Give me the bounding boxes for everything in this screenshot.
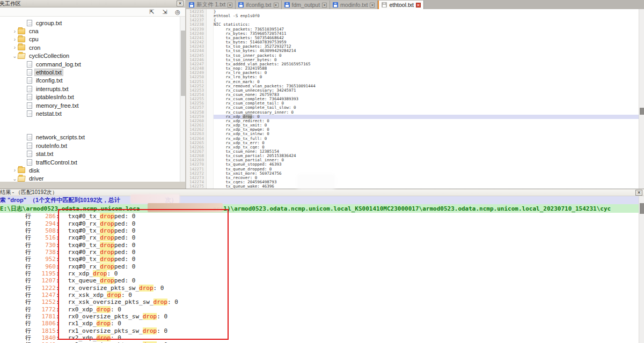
tab-ifconfig-txt[interactable]: ifconfig.txt✕ [236, 1, 281, 9]
result-line-number: 730 [31, 242, 56, 249]
tree-item-cycliccollection[interactable]: ⌄cyclicCollection [0, 52, 180, 60]
save-file-icon [333, 2, 338, 8]
tree-item-label: cgroup.txt [35, 20, 63, 26]
chevron-down-icon[interactable]: ⌄ [12, 53, 18, 59]
tree-item-trafficcontrol-txt[interactable]: trafficControl.txt [0, 158, 180, 166]
search-summary-row[interactable]: 索 "drop" （1个文件中匹配到10192次，总计 次） [0, 196, 644, 204]
workspace-close-button[interactable]: ✕ [177, 1, 184, 6]
tree-item-ethtool-txt[interactable]: ethtool.txt [0, 68, 180, 76]
file-tree: cgroup.txt›cna›cpu›cron⌄cyclicCollection… [0, 17, 185, 182]
folder-icon [17, 176, 25, 182]
line-number: 142275 [186, 184, 204, 189]
file-icon [27, 86, 32, 92]
tree-item-cgroup-txt[interactable]: cgroup.txt [0, 19, 180, 27]
sync-from-workspace-icon[interactable]: ⇲ [161, 9, 169, 16]
chevron-right-icon[interactable]: › [12, 44, 18, 50]
tree-scrollbar-thumb[interactable] [181, 31, 185, 96]
file-icon [27, 94, 32, 100]
tree-item-stat-txt[interactable]: stat.txt [0, 150, 180, 158]
results-title: 结果 - （匹配10192次） [0, 189, 57, 196]
workspace-panel: 夹工作区 ✕ ⇱ ⇲ ◎ cgroup.txt›cna›cpu›cron⌄cyc… [0, 0, 185, 189]
tab-label: ethtool.txt [389, 2, 414, 8]
tree-item-label: memory_free.txt [35, 102, 79, 109]
tree-item-label: driver [28, 175, 45, 182]
tree-item-cron[interactable]: ›cron [0, 43, 180, 51]
workspace-toolbar: ⇱ ⇲ ◎ [0, 8, 185, 17]
tree-item-label: cyclicCollection [28, 53, 70, 59]
tree-item-command_log-txt[interactable]: command_log.txt [0, 60, 180, 68]
editor-line: tx_queue_wake: 46396 [214, 184, 644, 189]
result-line-number: 952 [31, 256, 56, 263]
result-line-number: 1195 [31, 270, 56, 277]
tab-close-icon[interactable]: ✕ [322, 3, 327, 8]
chevron-right-icon[interactable]: › [12, 167, 18, 173]
file-icon [27, 77, 32, 84]
sync-to-workspace-icon[interactable]: ⇱ [148, 9, 156, 16]
tab-bar: 新文件 1.txt✕ifconfig.txt✕fdm_output✕modinf… [186, 0, 644, 9]
locate-file-icon[interactable]: ◎ [174, 9, 181, 16]
tree-item-network_scripts-txt[interactable]: network_scripts.txt [0, 133, 180, 141]
tab-新文件-1-txt[interactable]: 新文件 1.txt✕ [186, 1, 236, 9]
tree-item-ifconfig-txt[interactable]: ifconfig.txt [0, 77, 180, 85]
tab-close-icon[interactable]: ✕ [228, 3, 232, 8]
tree-item-interrupts-txt[interactable]: interrupts.txt [0, 85, 180, 93]
tab-close-icon[interactable]: ✕ [274, 3, 279, 8]
editor-line: ethtool -S enp1s0f0 [214, 14, 644, 18]
tree-item-driver[interactable]: ⌄driver [0, 175, 180, 182]
file-icon [27, 61, 32, 68]
editor-line: tx_queue_stopped: 46393 [214, 162, 644, 167]
annotation-red-rectangle [58, 209, 229, 340]
editor-body[interactable]: 1422351422361422371422381422391422401422… [186, 9, 644, 189]
chevron-down-icon[interactable]: ⌄ [12, 176, 18, 182]
editor-line: rx_xdp_redirect: 0 [214, 119, 644, 123]
result-line-number: 1772 [31, 306, 56, 313]
save-file-icon [238, 2, 244, 8]
line-number-gutter: 1422351422361422371422381422391422401422… [186, 9, 207, 189]
workspace-title: 夹工作区 [0, 0, 21, 8]
editor-line: rx_csum_unnecessary_inner: 0 [214, 110, 644, 115]
results-scrollbar-thumb[interactable] [640, 203, 644, 214]
chevron-right-icon[interactable]: › [12, 36, 18, 42]
editor-line: tx_tso_inner_packets: 0 [214, 54, 644, 58]
editor-line: rx_xdp_tx_mpwqe: 0 [214, 128, 644, 132]
editor-scrollbar-thumb[interactable] [640, 108, 644, 115]
save-file-icon [284, 2, 290, 8]
editor-line: tx_xmit_more: 569724756 [214, 172, 644, 176]
tree-scrollbar[interactable] [180, 17, 185, 182]
tab-modinfo-txt[interactable]: modinfo.txt✕ [330, 1, 378, 9]
result-line-number: 1815 [31, 327, 56, 334]
file-icon [27, 159, 32, 166]
tree-item-iptablesinfo-txt[interactable]: iptablesInfo.txt [0, 93, 180, 101]
editor-line: rx_xdp_tx_full: 0 [214, 137, 644, 141]
tree-item-cpu[interactable]: ›cpu [0, 35, 180, 43]
tree-item-label: routeInfo.txt [35, 143, 68, 149]
tree-item-label: ifconfig.txt [35, 77, 64, 84]
tab-fdm_output[interactable]: fdm_output✕ [282, 1, 331, 9]
results-close-button[interactable]: ✕ [635, 190, 642, 196]
chevron-right-icon[interactable]: › [12, 28, 18, 34]
editor-scrollbar[interactable] [639, 9, 644, 189]
tab-ethtool-txt[interactable]: ethtool.txt✕ [378, 1, 424, 9]
editor-line: { [214, 18, 644, 23]
result-line-number: 294 [31, 220, 56, 227]
tree-item-routeinfo-txt[interactable]: routeInfo.txt [0, 141, 180, 150]
tab-close-icon[interactable]: ✕ [370, 3, 375, 8]
file-icon [27, 151, 32, 157]
tree-item-label: iptablesInfo.txt [35, 94, 75, 100]
tree-item-cna[interactable]: ›cna [0, 27, 180, 35]
editor-line: rx_lro_packets: 0 [214, 71, 644, 75]
tree-item-label: interrupts.txt [35, 86, 70, 92]
tree-item-disk[interactable]: ›disk [0, 166, 180, 174]
result-line-number: 1806 [31, 320, 56, 327]
code-area[interactable]: }ethtool -S enp1s0f0{NIC statistics: rx_… [214, 9, 644, 189]
save-file-icon [189, 2, 194, 8]
result-line-number: 738 [31, 249, 56, 256]
tab-close-icon[interactable]: ✕ [416, 3, 421, 8]
tree-item-label: cpu [28, 36, 40, 42]
tree-item-memory_free-txt[interactable]: memory_free.txt [0, 101, 180, 109]
result-line-number: 960 [31, 263, 56, 270]
folder-icon [18, 36, 25, 42]
folder-icon [17, 53, 25, 59]
tree-item-netstat-txt[interactable]: netstat.txt [0, 109, 180, 117]
results-scrollbar[interactable] [639, 196, 644, 343]
